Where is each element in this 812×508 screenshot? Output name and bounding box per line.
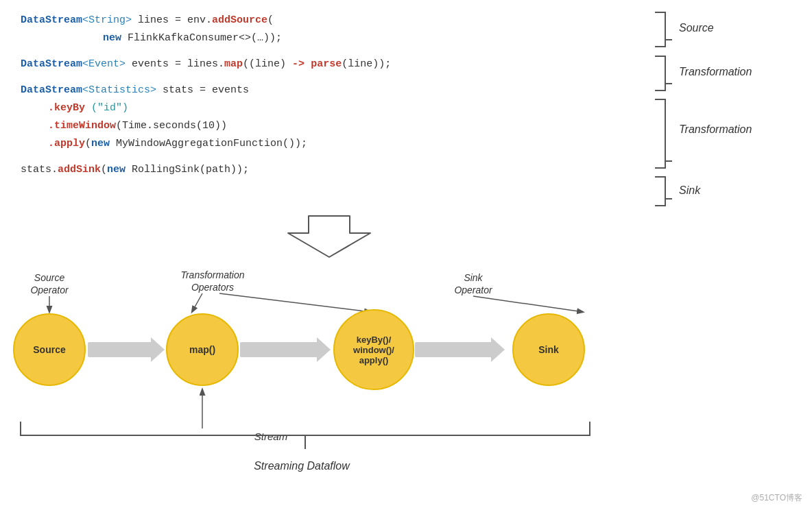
sink-operator-label: Sink xyxy=(464,272,483,283)
arrow-conn-2 xyxy=(240,342,319,357)
stream-label: Stream xyxy=(254,431,287,442)
kw-new-1: new xyxy=(103,32,121,44)
kw-datastream-2: DataStream xyxy=(21,58,82,70)
kw-type-3: <Statistics> xyxy=(82,84,156,96)
arrow-transform2-op xyxy=(219,293,370,312)
code-text-3d: ( xyxy=(85,138,91,149)
sink-node-text: Sink xyxy=(538,344,559,355)
keyby-node-text1: keyBy()/ xyxy=(357,335,392,345)
arrow-sink-op xyxy=(473,296,583,312)
arrow-conn-1 xyxy=(88,342,153,357)
kw-addsink: addSink xyxy=(58,164,101,176)
code-text-2b: ((line) xyxy=(243,58,292,70)
kw-type-1: <String> xyxy=(82,14,132,26)
code-block-2: DataStream<Event> events = lines.map((li… xyxy=(21,56,638,73)
kw-keyby: .keyBy xyxy=(48,102,85,114)
code-line-1: DataStream<String> lines = env.addSource… xyxy=(21,12,638,29)
arrow-conn-3 xyxy=(415,342,494,357)
kw-map: map xyxy=(224,58,243,70)
code-line-4: stats.addSink(new RollingSink(path)); xyxy=(21,162,638,178)
code-text-3b xyxy=(85,102,91,114)
code-block-4: stats.addSink(new RollingSink(path)); xyxy=(21,162,638,178)
arrow-transform1-op xyxy=(192,293,202,312)
kw-parse: parse xyxy=(311,58,342,70)
source-operator-label2: Operator xyxy=(30,285,69,295)
code-line-3a: DataStream<Statistics> stats = events xyxy=(21,82,638,99)
sink-label: Sink xyxy=(679,184,701,196)
code-block-1: DataStream<String> lines = env.addSource… xyxy=(21,12,638,47)
streaming-dataflow-label: Streaming Dataflow xyxy=(254,460,350,472)
watermark-text: @51CTO博客 xyxy=(751,493,802,503)
arrow-head-1 xyxy=(151,337,165,362)
kw-addsource: addSource xyxy=(212,14,267,26)
code-line-2: DataStream<Event> events = lines.map((li… xyxy=(21,56,638,73)
code-text-3c: (Time.seconds(10)) xyxy=(116,120,227,132)
kw-new-3: new xyxy=(91,138,110,149)
keyby-node-text3: apply() xyxy=(359,355,389,365)
sink-operator-label2: Operator xyxy=(454,285,493,295)
sink-circle xyxy=(513,314,584,385)
code-text-4: ( xyxy=(101,164,107,176)
transform1-label: Transformation xyxy=(679,66,752,77)
code-paren-1: ( xyxy=(267,14,274,26)
code-section: DataStream<String> lines = env.addSource… xyxy=(0,0,658,200)
code-text-4b: RollingSink(path)); xyxy=(126,164,249,176)
kw-datastream-3: DataStream xyxy=(21,84,82,96)
down-arrow xyxy=(288,216,370,257)
kw-type-2: <Event> xyxy=(82,58,126,70)
code-line-1b: new FlinkKafkaConsumer<>(…)); xyxy=(21,30,638,47)
transform-operator-label2: Operators xyxy=(191,282,234,293)
code-block-3: DataStream<Statistics> stats = events .k… xyxy=(21,82,638,152)
kw-datastream-1: DataStream xyxy=(21,14,82,26)
kw-string-id: ("id") xyxy=(91,102,128,114)
bottom-bracket xyxy=(21,422,590,435)
code-stats: stats. xyxy=(21,164,58,176)
code-line-3c: .timeWindow(Time.seconds(10)) xyxy=(21,118,638,134)
kw-arrow: -> xyxy=(292,58,304,70)
code-text-2: events = lines. xyxy=(126,58,224,70)
code-flink-1: FlinkKafkaConsumer<>(…)); xyxy=(121,32,282,44)
source-node-text: Source xyxy=(33,344,66,355)
code-line-3b: .keyBy ("id") xyxy=(21,100,638,117)
source-label: Source xyxy=(679,22,714,34)
kw-timewindow: .timeWindow xyxy=(48,120,116,132)
code-text-2c xyxy=(304,58,311,70)
code-text-1: lines = env. xyxy=(132,14,212,26)
kw-apply: .apply xyxy=(48,138,85,149)
code-text-3e: MyWindowAggregationFunction()); xyxy=(110,138,307,149)
source-operator-label: Source xyxy=(34,272,65,283)
arrow-head-3 xyxy=(491,337,505,362)
map-circle xyxy=(167,314,238,385)
arrow-head-2 xyxy=(317,337,331,362)
code-text-3: stats = events xyxy=(156,84,249,96)
keyby-circle xyxy=(334,310,414,389)
keyby-node-text2: window()/ xyxy=(353,345,394,355)
map-node-text: map() xyxy=(189,344,215,355)
source-circle xyxy=(14,314,85,385)
code-line-3d: .apply(new MyWindowAggregationFunction()… xyxy=(21,136,638,152)
kw-new-4: new xyxy=(107,164,126,176)
transform2-label: Transformation xyxy=(679,123,752,135)
transform-operator-label: Transformation xyxy=(180,269,244,280)
code-text-2d: (line)); xyxy=(342,58,391,70)
